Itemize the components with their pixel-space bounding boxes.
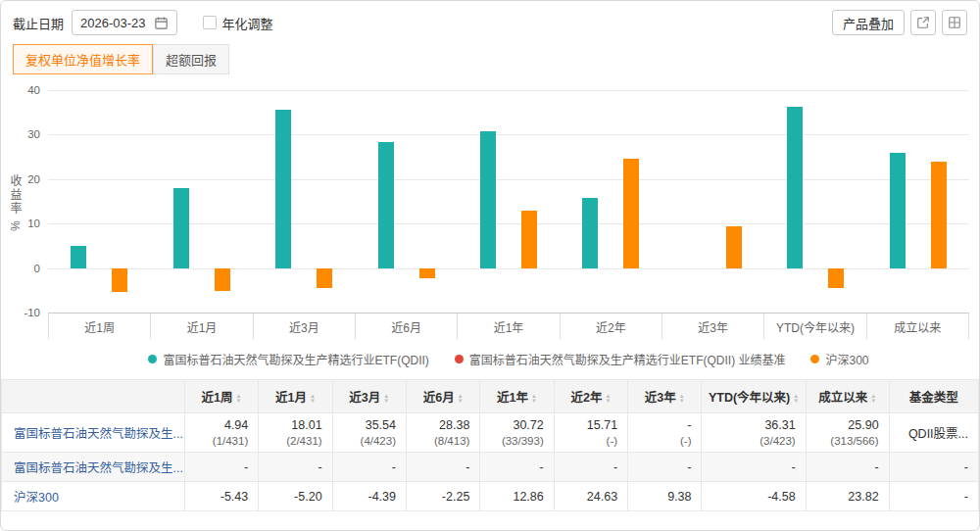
column-header-label: YTD(今年以来) <box>709 391 790 405</box>
y-axis-title: 收益率 % <box>7 174 24 233</box>
column-header[interactable]: 近2年▲▼ <box>554 380 627 413</box>
sort-icon[interactable]: ▲▼ <box>870 394 876 404</box>
chart-bar[interactable] <box>787 107 803 268</box>
value-cell: - <box>406 453 479 482</box>
cell-value: -5.20 <box>269 490 321 504</box>
cell-rank: (3/423) <box>711 435 795 447</box>
sort-icon[interactable]: ▲▼ <box>793 394 799 404</box>
cell-rank: (1/431) <box>195 435 248 447</box>
column-header[interactable]: 近1年▲▼ <box>480 380 554 413</box>
chart-bar[interactable] <box>378 142 394 268</box>
table-grid-icon[interactable] <box>942 10 967 35</box>
cell-value: 18.01 <box>269 418 321 432</box>
cell-rank: (2/431) <box>269 435 321 447</box>
legend-item[interactable]: 富国标普石油天然气勘探及生产精选行业ETF(QDII) <box>148 351 428 367</box>
sort-icon[interactable]: ▲▼ <box>531 394 537 404</box>
sort-icon[interactable]: ▲▼ <box>236 394 242 404</box>
table-row: 沪深300-5.43-5.20-4.39-2.2512.8624.639.38-… <box>2 482 979 511</box>
value-cell: 25.90(313/566) <box>806 413 889 453</box>
date-label: 截止日期 <box>13 14 64 32</box>
bar-group <box>867 90 969 313</box>
value-cell: - <box>628 453 702 482</box>
fund-name-link[interactable]: 富国标普石油天然气勘探及生... <box>14 461 183 475</box>
checkbox-box-icon[interactable] <box>203 16 217 29</box>
bar-group <box>355 90 457 313</box>
cell-value: - <box>195 460 248 474</box>
value-cell: - <box>702 453 806 482</box>
value-cell: 23.82 <box>806 482 889 511</box>
column-header[interactable]: YTD(今年以来)▲▼ <box>702 380 806 413</box>
fund-name-link[interactable]: 富国标普石油天然气勘探及生... <box>14 427 183 441</box>
legend-dot-icon <box>455 355 464 363</box>
cell-value: -5.43 <box>195 490 248 504</box>
chart-bar[interactable] <box>890 153 906 268</box>
column-header[interactable]: 近6月▲▼ <box>406 380 479 413</box>
chart-bar[interactable] <box>931 162 947 267</box>
column-header[interactable]: 近3月▲▼ <box>332 380 406 413</box>
legend-label: 富国标普石油天然气勘探及生产精选行业ETF(QDII) 业绩基准 <box>469 351 786 367</box>
sort-icon[interactable]: ▲▼ <box>605 394 611 404</box>
value-cell: -4.39 <box>332 482 406 511</box>
value-cell: 36.31(3/423) <box>702 413 806 453</box>
chart-bar[interactable] <box>71 246 86 267</box>
legend-item[interactable]: 沪深300 <box>810 351 868 367</box>
date-input[interactable]: 2026-03-23 <box>72 10 177 35</box>
legend-item[interactable]: 富国标普石油天然气勘探及生产精选行业ETF(QDII) 业绩基准 <box>455 351 786 367</box>
value-cell: 24.63 <box>554 482 627 511</box>
cell-value: -2.25 <box>416 490 469 504</box>
cell-value: - <box>711 460 795 474</box>
calendar-icon[interactable] <box>154 16 169 30</box>
cell-value: 35.54 <box>343 418 396 432</box>
x-axis-label: 近1月 <box>151 314 253 339</box>
chart-legend: 富国标普石油天然气勘探及生产精选行业ETF(QDII)富国标普石油天然气勘探及生… <box>48 351 969 367</box>
chart-bar[interactable] <box>521 211 537 267</box>
chart-bar[interactable] <box>726 226 742 268</box>
column-header[interactable]: 近1月▲▼ <box>259 380 332 413</box>
value-cell: - <box>554 453 627 482</box>
sort-desc-icon: ▼ <box>605 399 611 404</box>
tab-nav-growth-rate[interactable]: 复权单位净值增长率 <box>13 44 153 74</box>
sort-icon[interactable]: ▲▼ <box>310 394 316 404</box>
column-header[interactable]: 近1周▲▼ <box>184 380 258 413</box>
bar-group <box>48 90 150 313</box>
fund-name-cell: 富国标普石油天然气勘探及生... <box>2 453 185 482</box>
chart-bar[interactable] <box>623 159 639 268</box>
chart-bar[interactable] <box>828 268 844 289</box>
plot-area: -10010203040 <box>48 90 969 314</box>
fund-name-link[interactable]: 沪深300 <box>14 491 59 505</box>
date-value: 2026-03-23 <box>80 16 146 30</box>
y-axis-tick-label: 20 <box>27 173 40 185</box>
sort-desc-icon: ▼ <box>458 399 464 404</box>
column-header[interactable]: 近3年▲▼ <box>628 380 702 413</box>
bar-group <box>150 90 252 313</box>
sort-desc-icon: ▼ <box>793 399 799 404</box>
chart-bar[interactable] <box>582 198 598 267</box>
sort-icon[interactable]: ▲▼ <box>458 394 464 404</box>
column-header-empty <box>2 380 185 413</box>
value-cell: 15.71(-) <box>554 413 627 453</box>
export-icon[interactable] <box>910 10 936 35</box>
chart-bar[interactable] <box>215 268 230 292</box>
cell-value: 12.86 <box>490 490 543 504</box>
sort-icon[interactable]: ▲▼ <box>679 394 685 404</box>
chart-bar[interactable] <box>275 110 291 267</box>
tab-excess-return[interactable]: 超额回报 <box>153 44 229 74</box>
chart-bar[interactable] <box>419 268 435 278</box>
chart-bar[interactable] <box>173 188 189 268</box>
chart-bar[interactable] <box>317 268 332 288</box>
value-cell: 18.01(2/431) <box>259 413 332 453</box>
chart-bar[interactable] <box>480 131 496 267</box>
sort-desc-icon: ▼ <box>679 399 685 404</box>
sort-desc-icon: ▼ <box>383 399 389 404</box>
value-cell: 4.94(1/431) <box>184 413 258 453</box>
product-overlay-button[interactable]: 产品叠加 <box>832 10 905 35</box>
fund-name-cell: 富国标普石油天然气勘探及生... <box>2 413 185 453</box>
y-axis-tick-label: 10 <box>27 217 40 229</box>
annualize-checkbox[interactable]: 年化调整 <box>203 14 273 32</box>
chart-bar[interactable] <box>112 268 127 293</box>
sort-icon[interactable]: ▲▼ <box>383 394 389 404</box>
column-header-label: 近2年 <box>570 391 602 405</box>
y-axis-tick-label: 0 <box>34 263 40 274</box>
column-header[interactable]: 成立以来▲▼ <box>806 380 889 413</box>
x-axis: 近1周近1月近3月近6月近1年近2年近3年YTD(今年以来)成立以来 <box>48 314 969 339</box>
